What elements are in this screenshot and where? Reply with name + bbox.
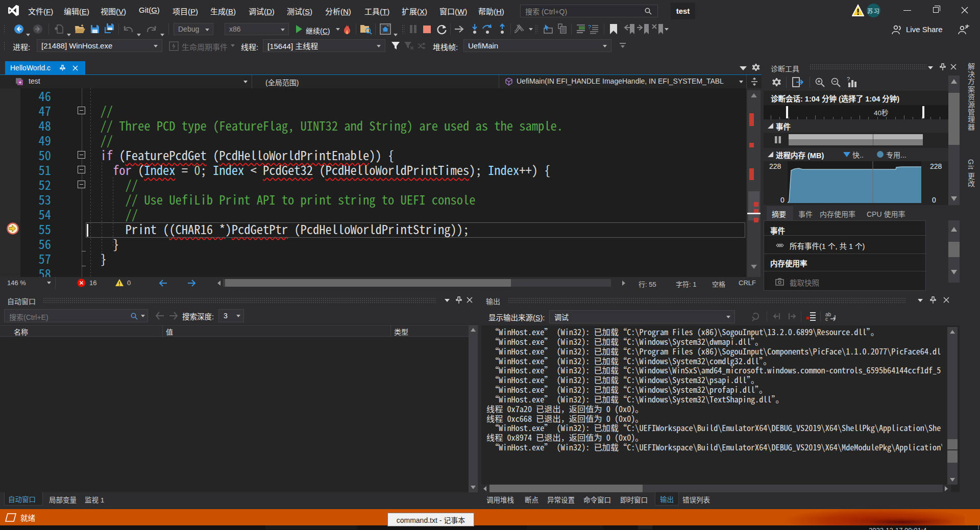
svg-text:?: ? (847, 77, 850, 82)
svg-text:c: c (825, 316, 828, 321)
svg-text:?: ? (588, 24, 591, 30)
